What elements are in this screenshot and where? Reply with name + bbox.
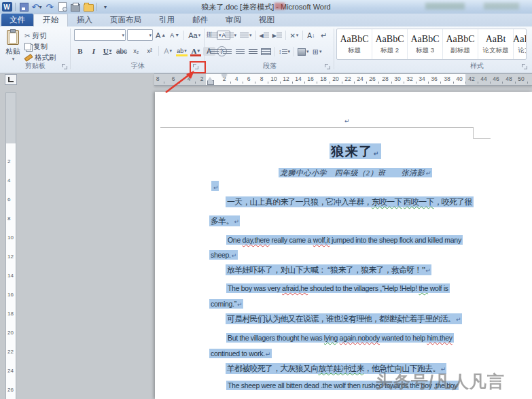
- para1-line2[interactable]: 多羊。↵: [209, 215, 240, 227]
- asian-layout-button[interactable]: ✕▾: [288, 30, 300, 41]
- word-logo-icon[interactable]: W: [1, 2, 12, 12]
- change-case-button[interactable]: Aa▾: [187, 30, 202, 41]
- underline-button[interactable]: U▾: [101, 46, 113, 56]
- para5-line1[interactable]: 可是村民们认为他又在说谎，谁也没有理他，都继续忙着手里的活。↵: [226, 313, 462, 325]
- clipboard-dialog-launcher[interactable]: [61, 63, 68, 70]
- vertical-ruler[interactable]: 2468101214161820222426: [5, 92, 16, 399]
- text-run: ，他急忙向山下跑去。: [364, 364, 440, 373]
- copy-button[interactable]: 复制: [24, 41, 56, 52]
- left-indent-marker[interactable]: [207, 80, 214, 85]
- style-chip-标题[interactable]: AaBbC标题: [337, 29, 372, 59]
- numbering-button[interactable]: ▾: [224, 30, 238, 41]
- ruler-number: 22: [7, 349, 14, 355]
- grow-font-button[interactable]: A▲: [154, 30, 167, 41]
- sort-button[interactable]: A↓: [305, 30, 317, 41]
- ruler-number: 14: [7, 273, 14, 279]
- justify-button[interactable]: [247, 46, 259, 57]
- text-effects-button[interactable]: A▾: [162, 46, 174, 56]
- italic-button[interactable]: I: [88, 46, 100, 56]
- document-byline[interactable]: 龙狮中心小学 四年级（2）班 张清影↵: [207, 167, 503, 179]
- para4-line2[interactable]: coming.”↵: [209, 300, 243, 309]
- bullets-button[interactable]: ▾: [208, 30, 223, 41]
- align-center-button[interactable]: [221, 46, 233, 57]
- undo-icon[interactable]: ↶▾: [31, 2, 42, 12]
- tab-邮件[interactable]: 邮件: [183, 14, 217, 26]
- para6-line1[interactable]: But the villagers thought he was lying a…: [226, 334, 454, 343]
- font-name-combobox[interactable]: ▾: [74, 29, 126, 41]
- tab-插入[interactable]: 插入: [68, 14, 101, 26]
- ruler-number: 34: [419, 75, 425, 82]
- para7-line1[interactable]: 羊都被咬死了，大灰狼又向放羊娃冲过来，他急忙向山下跑去。↵: [226, 363, 446, 375]
- multilevel-list-button[interactable]: ▾: [238, 30, 253, 41]
- tab-引用[interactable]: 引用: [150, 14, 183, 26]
- tab-开始[interactable]: 开始: [33, 14, 68, 27]
- pilcrow-mark: ↵: [344, 118, 349, 124]
- para8-line1[interactable]: The sheep were all bitten dead .the wolf…: [226, 381, 459, 390]
- pilcrow-mark: ↵: [234, 218, 239, 225]
- align-left-button[interactable]: [208, 46, 220, 57]
- align-right-button[interactable]: [234, 46, 246, 57]
- para1-line1[interactable]: 一天，山上真的来了一只狼，它冲入羊群，东咬一下 西咬一下，咬死了很: [226, 196, 474, 207]
- ruler-number: 18: [320, 75, 326, 82]
- paragraph-dialog-launcher[interactable]: [324, 63, 331, 70]
- font-color-button[interactable]: A▾: [190, 46, 202, 56]
- superscript-button[interactable]: x²: [143, 46, 156, 56]
- style-chip-标题 3[interactable]: AaBbC标题 3: [408, 29, 443, 59]
- shading-button[interactable]: ▾: [296, 46, 311, 57]
- font-size-combobox[interactable]: ▾: [127, 29, 153, 41]
- ruler-number: 12: [283, 75, 289, 82]
- increase-indent-button[interactable]: ▶: [271, 30, 283, 41]
- shading-bucket-icon: [298, 48, 306, 56]
- style-chip-标题 2[interactable]: AaBbC标题 2: [372, 29, 408, 59]
- group-styles: AaBbC标题AaBbC标题 2AaBbC标题 3AaBbC副标题AaBt论文标…: [334, 27, 532, 71]
- text-run: 可是村民们认为他又在说谎，谁也没有理他，都继续忙着手里的活。: [227, 314, 455, 324]
- shrink-font-button[interactable]: A▼: [169, 30, 181, 41]
- horizontal-ruler[interactable]: 8642246810121416182022242628303234363840…: [154, 73, 532, 86]
- text-boundary-line: [473, 138, 491, 139]
- bold-button[interactable]: B: [74, 46, 86, 56]
- styles-dialog-launcher[interactable]: [521, 63, 528, 70]
- style-chip-副标题[interactable]: AaBbC副标题: [443, 29, 478, 59]
- header-paragraph-mark[interactable]: ↵: [344, 116, 349, 126]
- para2-line1[interactable]: One day,there really came a wolf,it jump…: [226, 236, 463, 245]
- save-icon[interactable]: [18, 2, 29, 12]
- ruler-number: 20: [7, 330, 14, 336]
- tab-stop-selector[interactable]: [5, 74, 17, 85]
- cut-button[interactable]: ✂剪切: [24, 31, 56, 41]
- ruler-number: 50: [518, 75, 524, 82]
- pilcrow-mark: ↵: [441, 366, 446, 372]
- empty-paragraph[interactable]: ↵: [211, 181, 219, 192]
- para2-line2[interactable]: sheep.↵: [209, 251, 238, 260]
- qat-separator: [96, 3, 97, 11]
- pilcrow-mark: ↵: [232, 252, 236, 259]
- quick-print-icon[interactable]: [70, 2, 81, 12]
- first-line-indent-marker[interactable]: [221, 74, 227, 78]
- tab-视图[interactable]: 视图: [250, 14, 283, 26]
- text-run: day,there: [243, 236, 270, 244]
- borders-button[interactable]: ⊞▾: [311, 46, 323, 57]
- style-chip-论文标题[interactable]: AaBt论文标题: [478, 29, 514, 59]
- redo-icon[interactable]: ↷: [44, 2, 55, 12]
- ruler-number: 24: [357, 75, 363, 82]
- highlight-color-button[interactable]: ab▾: [175, 46, 188, 56]
- show-hide-marks-button[interactable]: ↵: [318, 30, 330, 41]
- para4-line1[interactable]: The boy was very afraid,he shouted to th…: [226, 284, 450, 293]
- line-spacing-button[interactable]: ↕▾: [277, 46, 291, 57]
- ruler-number: 4: [7, 177, 10, 184]
- subscript-button[interactable]: x₂: [130, 46, 142, 56]
- text-run: wolf,it: [313, 236, 330, 244]
- strikethrough-button[interactable]: abc: [115, 46, 128, 56]
- document-title[interactable]: 狼来了↵: [207, 143, 503, 162]
- customize-qat-icon[interactable]: ▾: [100, 2, 111, 12]
- tab-审阅[interactable]: 审阅: [217, 14, 250, 26]
- para6-line2[interactable]: continued to work.↵: [209, 349, 272, 359]
- style-chip-论文单位[interactable]: AaBbCcI论文单位: [514, 29, 527, 59]
- tab-页面布局[interactable]: 页面布局: [101, 14, 150, 26]
- para3-line1[interactable]: 放羊娃吓坏了，对山下大喊： “狼来了，狼来了，救命呀！”↵: [226, 264, 431, 276]
- tab-file[interactable]: 文件: [1, 14, 33, 26]
- open-folder-icon[interactable]: [83, 2, 94, 12]
- print-preview-icon[interactable]: [57, 2, 68, 12]
- decrease-indent-button[interactable]: ◀: [258, 30, 270, 41]
- word-window: W ↶▾ ↷ ▾ 狼来了.doc [兼容模式] - Microsoft Word…: [0, 0, 532, 399]
- distribute-button[interactable]: [260, 46, 272, 57]
